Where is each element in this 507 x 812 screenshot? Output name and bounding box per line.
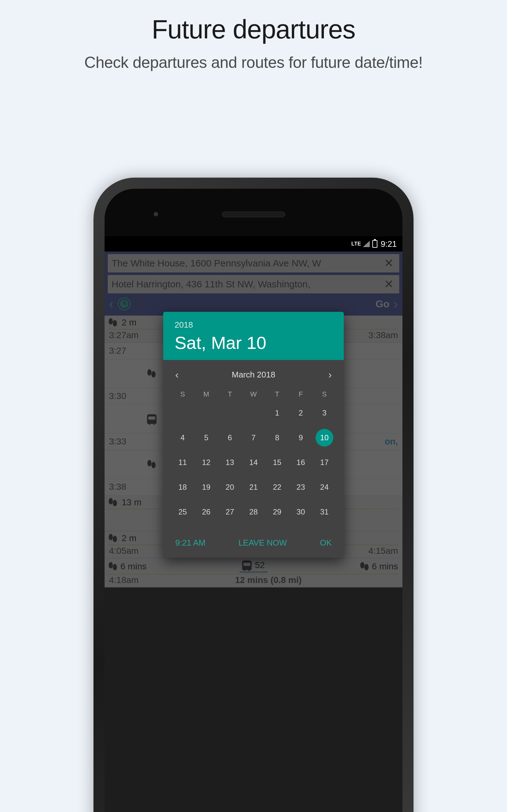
promo-subtitle: Check departures and routes for future d… — [0, 53, 507, 72]
speaker-icon — [222, 212, 285, 217]
picker-header: 2018 Sat, Mar 10 — [163, 312, 344, 360]
date-picker: 2018 Sat, Mar 10 ‹ March 2018 › SMTWTFS … — [163, 312, 344, 558]
weekday-label: S — [313, 390, 336, 398]
picker-year[interactable]: 2018 — [175, 320, 332, 330]
modal-overlay[interactable]: 2018 Sat, Mar 10 ‹ March 2018 › SMTWTFS … — [105, 252, 402, 812]
calendar-day[interactable]: 17 — [313, 453, 336, 472]
weekday-label: T — [218, 390, 242, 398]
calendar-day[interactable]: 7 — [242, 428, 266, 447]
calendar-day[interactable]: 12 — [194, 453, 218, 472]
weekday-label: W — [242, 390, 266, 398]
calendar-day[interactable]: 25 — [171, 502, 194, 521]
status-time: 9:21 — [381, 239, 397, 249]
calendar-day[interactable]: 26 — [194, 502, 218, 521]
calendar-day[interactable]: 31 — [313, 502, 336, 521]
time-button[interactable]: 9:21 AM — [175, 538, 205, 548]
calendar-month: March 2018 — [232, 370, 275, 380]
empty-day — [194, 403, 218, 422]
calendar-day[interactable]: 20 — [218, 478, 242, 497]
calendar-day[interactable]: 1 — [265, 403, 289, 422]
prev-month-icon[interactable]: ‹ — [175, 369, 179, 380]
battery-icon — [372, 240, 377, 248]
picker-selected-date: Sat, Mar 10 — [175, 333, 332, 353]
calendar-day[interactable]: 5 — [194, 428, 218, 447]
status-bar: LTE 9:21 — [105, 236, 402, 252]
calendar-day[interactable]: 18 — [171, 478, 194, 497]
next-month-icon[interactable]: › — [328, 369, 332, 380]
calendar-day[interactable]: 4 — [171, 428, 194, 447]
weekday-label: F — [289, 390, 313, 398]
ok-button[interactable]: OK — [320, 538, 332, 548]
calendar-day[interactable]: 11 — [171, 453, 194, 472]
calendar-day[interactable]: 10 — [316, 429, 333, 447]
calendar-day[interactable]: 6 — [218, 428, 242, 447]
camera-icon — [154, 212, 158, 216]
signal-icon — [363, 241, 370, 247]
calendar-day[interactable]: 16 — [289, 453, 313, 472]
calendar-day[interactable]: 29 — [265, 502, 289, 521]
weekday-label: T — [265, 390, 289, 398]
network-indicator: LTE — [351, 241, 361, 247]
calendar-day[interactable]: 22 — [265, 478, 289, 497]
calendar-day[interactable]: 23 — [289, 478, 313, 497]
calendar-day[interactable]: 24 — [313, 478, 336, 497]
calendar-day[interactable]: 21 — [242, 478, 266, 497]
calendar-day[interactable]: 30 — [289, 502, 313, 521]
calendar-day[interactable]: 2 — [289, 403, 313, 422]
calendar-day[interactable]: 14 — [242, 453, 266, 472]
empty-day — [218, 403, 242, 422]
calendar-day[interactable]: 19 — [194, 478, 218, 497]
calendar-day[interactable]: 28 — [242, 502, 266, 521]
calendar-day[interactable]: 8 — [265, 428, 289, 447]
weekday-label: S — [171, 390, 194, 398]
calendar-day[interactable]: 15 — [265, 453, 289, 472]
phone-frame: LTE 9:21 The White House, 1600 Pennsylva… — [94, 177, 413, 812]
calendar-day[interactable]: 13 — [218, 453, 242, 472]
calendar-day[interactable]: 27 — [218, 502, 242, 521]
calendar-day[interactable]: 9 — [289, 428, 313, 447]
leave-now-button[interactable]: LEAVE NOW — [239, 538, 287, 548]
promo-title: Future departures — [0, 0, 507, 53]
calendar-grid: 1234567891011121314151617181920212223242… — [163, 403, 344, 529]
empty-day — [171, 403, 194, 422]
calendar-day[interactable]: 3 — [313, 403, 336, 422]
weekday-header: SMTWTFS — [163, 387, 344, 403]
empty-day — [242, 403, 266, 422]
weekday-label: M — [194, 390, 218, 398]
